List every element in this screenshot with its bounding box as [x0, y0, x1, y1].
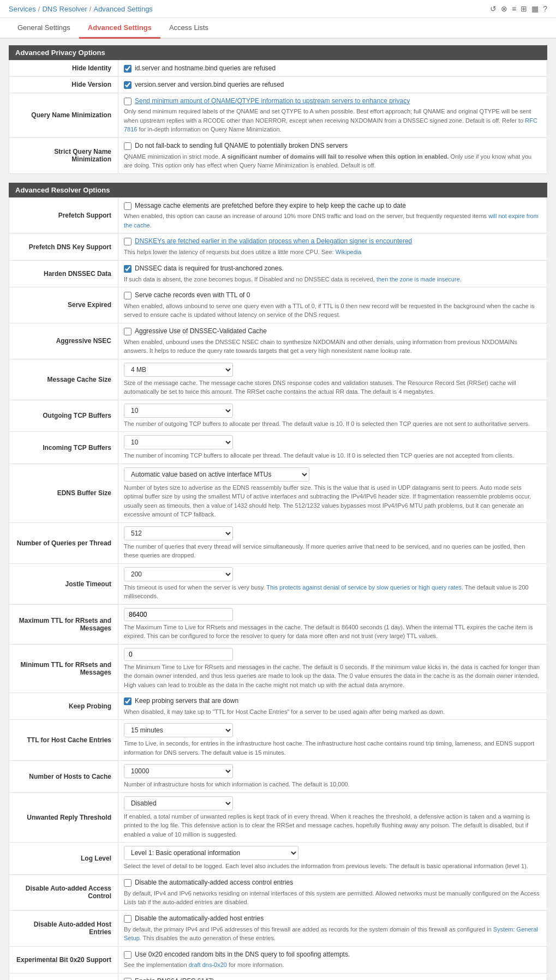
- field-value-dns64: Enable DNS64 (RFC 6147) DNS64 is used wi…: [118, 973, 547, 980]
- field-label-ttl-host-cache: TTL for Host Cache Entries: [9, 720, 118, 761]
- tab-general[interactable]: General Settings: [9, 18, 79, 39]
- field-value-incoming-tcp: 10 0 5 20 The number of incoming TCP buf…: [118, 432, 547, 464]
- keep-probing-checkbox[interactable]: [124, 698, 131, 705]
- field-label-dns64: DNS64 Support: [9, 973, 118, 980]
- table-row: Minimum TTL for RRsets and Messages The …: [9, 644, 547, 693]
- field-value-outgoing-tcp: 10 0 5 20 The number of outgoing TCP buf…: [118, 400, 547, 432]
- disable-access-desc: By default, IPv4 and IPv6 networks resid…: [124, 889, 541, 907]
- strict-query-desc: QNAME minimization in strict mode. A sig…: [124, 152, 541, 170]
- table-row: Number of Hosts to Cache 10000 1000 5000…: [9, 761, 547, 793]
- disable-access-label: Disable the automatically-added access c…: [135, 878, 293, 887]
- dns64-checkbox[interactable]: [124, 978, 131, 980]
- chart-icon[interactable]: ⊞: [521, 4, 527, 13]
- disable-access-checkbox[interactable]: [124, 879, 131, 887]
- field-label-unwanted-reply: Unwanted Reply Threshold: [9, 792, 118, 843]
- field-value-hosts-cache: 10000 1000 5000 50000 Number of infrastr…: [118, 761, 547, 793]
- field-label-bit0x20: Experimental Bit 0x20 Support: [9, 946, 118, 973]
- hide-version-label: version.server and version.bind queries …: [135, 80, 284, 89]
- field-value-hide-identity: id.server and hostname.bind queries are …: [118, 61, 547, 77]
- bit0x20-label: Use 0x20 encoded random bits in the DNS …: [135, 950, 350, 959]
- hosts-cache-select[interactable]: 10000 1000 5000 50000: [124, 764, 233, 778]
- harden-dnssec-label: DNSSEC data is required for trust-anchor…: [135, 264, 284, 273]
- outgoing-tcp-select[interactable]: 10 0 5 20: [124, 404, 233, 418]
- outgoing-tcp-desc: The number of outgoing TCP buffers to al…: [124, 419, 541, 429]
- breadcrumb-services[interactable]: Services: [9, 5, 36, 13]
- table-row: Strict Query Name Minimization Do not fa…: [9, 137, 547, 173]
- ttl-host-cache-desc: Time to Live, in seconds, for entries in…: [124, 739, 541, 757]
- table-row: TTL for Host Cache Entries 15 minutes 1 …: [9, 720, 547, 761]
- aggressive-nsec-checkbox[interactable]: [124, 328, 131, 335]
- breadcrumb: Services / DNS Resolver / Advanced Setti…: [9, 5, 153, 13]
- field-value-hide-version: version.server and version.bind queries …: [118, 76, 547, 93]
- harden-dnssec-checkbox[interactable]: [124, 265, 131, 273]
- grid-icon[interactable]: ▦: [531, 4, 539, 13]
- incoming-tcp-select[interactable]: 10 0 5 20: [124, 435, 233, 449]
- general-setup-link[interactable]: System: General Setup: [124, 926, 538, 942]
- breadcrumb-dns-resolver[interactable]: DNS Resolver: [42, 5, 87, 13]
- table-row: Query Name Minimization Send minimum amo…: [9, 93, 547, 137]
- hosts-cache-desc: Number of infrastructure hosts for which…: [124, 780, 541, 789]
- disable-host-checkbox[interactable]: [124, 915, 131, 923]
- strict-query-checkbox[interactable]: [124, 142, 131, 150]
- field-label-log-level: Log Level: [9, 843, 118, 875]
- table-row: Jostle Timeout 200 100 500 1000 This tim…: [9, 563, 547, 604]
- jostle-select[interactable]: 200 100 500 1000: [124, 567, 233, 581]
- min-ttl-desc: The Minimum Time to Live for RRsets and …: [124, 663, 541, 690]
- table-row: Outgoing TCP Buffers 10 0 5 20 The numbe…: [9, 400, 547, 432]
- field-value-prefetch: Message cache elements are prefetched be…: [118, 197, 547, 233]
- field-value-disable-host: Disable the automatically-added host ent…: [118, 910, 547, 946]
- query-min-desc: Only send minimum required labels of the…: [124, 107, 541, 134]
- field-label-edns: EDNS Buffer Size: [9, 464, 118, 522]
- query-min-checkbox[interactable]: [124, 98, 131, 105]
- queries-thread-select[interactable]: 512 1024 2048: [124, 526, 233, 540]
- field-label-disable-host: Disable Auto-added Host Entries: [9, 910, 118, 946]
- privacy-section-header: Advanced Privacy Options: [9, 45, 547, 60]
- max-ttl-desc: The Maximum Time to Live for RRsets and …: [124, 623, 541, 641]
- field-label-min-ttl: Minimum TTL for RRsets and Messages: [9, 644, 118, 693]
- field-label-incoming-tcp: Incoming TCP Buffers: [9, 432, 118, 464]
- prefetch-checkbox[interactable]: [124, 202, 131, 210]
- field-value-max-ttl: The Maximum Time to Live for RRsets and …: [118, 604, 547, 644]
- table-row: Number of Queries per Thread 512 1024 20…: [9, 522, 547, 563]
- field-value-bit0x20: Use 0x20 encoded random bits in the DNS …: [118, 946, 547, 973]
- draft-dns-link[interactable]: draft dns-0x20: [189, 961, 227, 968]
- field-label-hosts-cache: Number of Hosts to Cache: [9, 761, 118, 793]
- prefetch-dns-checkbox[interactable]: [124, 238, 131, 245]
- field-value-cache-size: 4 MB 8 MB 16 MB 32 MB Size of the messag…: [118, 359, 547, 400]
- tab-advanced[interactable]: Advanced Settings: [79, 18, 160, 39]
- breadcrumb-advanced-settings[interactable]: Advanced Settings: [93, 5, 152, 13]
- table-row: Disable Auto-added Host Entries Disable …: [9, 910, 547, 946]
- min-ttl-input[interactable]: [124, 648, 233, 661]
- privacy-table: Hide Identity id.server and hostname.bin…: [9, 60, 547, 174]
- field-value-serve-expired: Serve cache records even with TTL of 0 W…: [118, 287, 547, 323]
- field-label-aggressive-nsec: Aggressive NSEC: [9, 323, 118, 359]
- bit0x20-checkbox[interactable]: [124, 951, 131, 959]
- menu-icon[interactable]: ≡: [512, 4, 516, 13]
- unwanted-reply-select[interactable]: Disabled 5 million 10 million 20 million: [124, 796, 233, 810]
- ttl-host-cache-select[interactable]: 15 minutes 1 minute 5 minutes 30 minutes: [124, 723, 233, 737]
- refresh-icon[interactable]: ↺: [490, 4, 497, 13]
- cache-size-select[interactable]: 4 MB 8 MB 16 MB 32 MB: [124, 363, 233, 377]
- field-value-strict-query: Do not fall-back to sending full QNAME t…: [118, 137, 547, 173]
- rfc7816-link[interactable]: RFC 7816: [124, 117, 537, 133]
- wikipedia-link[interactable]: Wikipedia: [336, 249, 362, 255]
- table-row: Log Level Level 0: No logging Level 1: B…: [9, 843, 547, 875]
- field-value-min-ttl: The Minimum Time to Live for RRsets and …: [118, 644, 547, 693]
- stop-icon[interactable]: ⊗: [501, 4, 507, 13]
- hide-identity-label: id.server and hostname.bind queries are …: [135, 64, 276, 73]
- tab-access[interactable]: Access Lists: [160, 18, 217, 39]
- edns-select[interactable]: Automatic value based on active interfac…: [124, 467, 309, 482]
- hide-version-checkbox[interactable]: [124, 81, 131, 89]
- field-label-queries-thread: Number of Queries per Thread: [9, 522, 118, 563]
- table-row: EDNS Buffer Size Automatic value based o…: [9, 464, 547, 522]
- log-level-select[interactable]: Level 0: No logging Level 1: Basic opera…: [124, 846, 298, 860]
- unwanted-reply-desc: If enabled, a total number of unwanted r…: [124, 812, 541, 839]
- tabs-bar: General Settings Advanced Settings Acces…: [0, 18, 556, 39]
- hide-identity-checkbox[interactable]: [124, 65, 131, 73]
- log-level-desc: Select the level of detail to be logged.…: [124, 862, 541, 871]
- field-label-strict-query: Strict Query Name Minimization: [9, 137, 118, 173]
- serve-expired-checkbox[interactable]: [124, 292, 131, 299]
- max-ttl-input[interactable]: [124, 608, 233, 621]
- help-icon[interactable]: ?: [543, 4, 547, 13]
- resolver-section-header: Advanced Resolver Options: [9, 183, 547, 197]
